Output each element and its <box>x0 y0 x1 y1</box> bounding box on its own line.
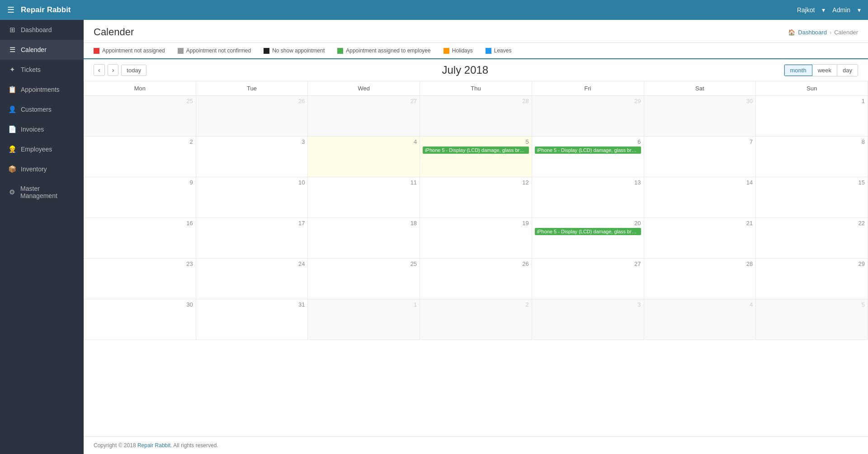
legend-holidays: Holidays <box>443 47 473 54</box>
footer-copy: Copyright © 2018 <box>94 442 136 449</box>
calendar-cell[interactable]: 1 <box>756 96 868 137</box>
calendar-event[interactable]: iPhone 5 - Display (LCD) damage, glass b… <box>423 147 529 154</box>
calendar-cell[interactable]: 7 <box>644 137 756 177</box>
calendar-cell[interactable]: 2 <box>84 137 196 177</box>
legend-assigned: Appointment assigned to employee <box>337 47 430 54</box>
view-month-button[interactable]: month <box>784 65 812 76</box>
calendar-cell[interactable]: 3 <box>532 299 644 340</box>
legend-label-no-show: No show appointment <box>272 47 325 54</box>
col-sat: Sat <box>644 81 756 96</box>
calendar-cell[interactable]: 27 <box>308 96 420 137</box>
calendar-cell[interactable]: 10 <box>196 177 308 218</box>
calendar-cell[interactable]: 16 <box>84 218 196 259</box>
calendar-cell[interactable]: 5 <box>756 299 868 340</box>
admin-arrow: ▾ <box>858 6 861 14</box>
day-number: 8 <box>759 138 865 147</box>
admin-dropdown[interactable]: Admin <box>832 6 850 14</box>
day-number: 30 <box>647 98 753 106</box>
calendar-cell[interactable]: 25 <box>308 259 420 299</box>
legend-dot-not-assigned <box>94 48 99 54</box>
day-number: 11 <box>311 179 417 187</box>
calendar-event[interactable]: iPhone 5 - Display (LCD) damage, glass b… <box>535 147 641 154</box>
calendar-cell[interactable]: 1 <box>308 299 420 340</box>
sidebar-item-dashboard[interactable]: ⊞ Dashboard <box>0 20 84 40</box>
day-number: 2 <box>87 138 193 147</box>
sidebar-item-calender[interactable]: ☰ Calender <box>0 40 84 60</box>
sidebar-item-master[interactable]: ⚙ Master Management <box>0 179 84 205</box>
calendar-cell[interactable]: 17 <box>196 218 308 259</box>
sidebar-label-customers: Customers <box>21 106 52 113</box>
calendar-cell[interactable]: 29 <box>532 96 644 137</box>
calendar-cell[interactable]: 9 <box>84 177 196 218</box>
calendar-cell[interactable]: 6iPhone 5 - Display (LCD) damage, glass … <box>532 137 644 177</box>
sidebar-item-customers[interactable]: 👤 Customers <box>0 99 84 119</box>
page-header: Calender 🏠 Dashboard › Calender <box>84 20 868 43</box>
calendar-cell[interactable]: 4 <box>308 137 420 177</box>
calendar-cell[interactable]: 28 <box>420 96 532 137</box>
col-sun: Sun <box>756 81 868 96</box>
sidebar-item-tickets[interactable]: ✦ Tickets <box>0 60 84 80</box>
calendar-cell[interactable]: 26 <box>196 96 308 137</box>
calendar-cell[interactable]: 15 <box>756 177 868 218</box>
sidebar-item-inventory[interactable]: 📦 Inventory <box>0 159 84 179</box>
day-number: 29 <box>535 98 641 106</box>
next-button[interactable]: › <box>108 64 119 76</box>
calendar-cell[interactable]: 21 <box>644 218 756 259</box>
day-number: 10 <box>199 179 305 187</box>
calendar-cell[interactable]: 3 <box>196 137 308 177</box>
col-mon: Mon <box>84 81 196 96</box>
day-number: 21 <box>647 220 753 228</box>
calendar-cell[interactable]: 19 <box>420 218 532 259</box>
calendar-cell[interactable]: 27 <box>532 259 644 299</box>
breadcrumb-home[interactable]: Dashboard <box>798 29 827 36</box>
inventory-icon: 📦 <box>8 165 16 173</box>
breadcrumb: 🏠 Dashboard › Calender <box>788 29 858 36</box>
legend-label-leaves: Leaves <box>494 47 512 54</box>
calendar-cell[interactable]: 20iPhone 5 - Display (LCD) damage, glass… <box>532 218 644 259</box>
legend-dot-not-confirmed <box>178 48 184 54</box>
calendar-grid: Mon Tue Wed Thu Fri Sat Sun 252627282930… <box>84 81 868 340</box>
footer-brand-link[interactable]: Repair Rabbit. <box>137 442 172 449</box>
menu-icon[interactable]: ☰ <box>7 5 14 15</box>
today-button[interactable]: today <box>121 65 146 76</box>
calendar-cell[interactable]: 12 <box>420 177 532 218</box>
calendar-cell[interactable]: 2 <box>420 299 532 340</box>
calendar-cell[interactable]: 5iPhone 5 - Display (LCD) damage, glass … <box>420 137 532 177</box>
calendar-cell[interactable]: 8 <box>756 137 868 177</box>
calendar-cell[interactable]: 23 <box>84 259 196 299</box>
day-number: 27 <box>311 98 417 106</box>
prev-button[interactable]: ‹ <box>94 64 105 76</box>
sidebar-item-appointments[interactable]: 📋 Appointments <box>0 80 84 99</box>
view-week-button[interactable]: week <box>812 65 837 76</box>
page-title: Calender <box>94 26 134 38</box>
calendar-cell[interactable]: 11 <box>308 177 420 218</box>
calendar-cell[interactable]: 29 <box>756 259 868 299</box>
calendar-cell[interactable]: 30 <box>644 96 756 137</box>
calendar-event[interactable]: iPhone 5 - Display (LCD) damage, glass b… <box>535 228 641 235</box>
calendar-cell[interactable]: 24 <box>196 259 308 299</box>
sidebar-label-calender: Calender <box>21 46 47 53</box>
calendar-cell[interactable]: 28 <box>644 259 756 299</box>
calendar-cell[interactable]: 14 <box>644 177 756 218</box>
legend-bar: Appointment not assigned Appointment not… <box>84 43 868 59</box>
main-wrapper: Calender 🏠 Dashboard › Calender Appointm… <box>84 20 868 436</box>
calendar-cell[interactable]: 4 <box>644 299 756 340</box>
day-number: 27 <box>535 260 641 269</box>
calendar-cell[interactable]: 25 <box>84 96 196 137</box>
day-number: 22 <box>759 220 865 228</box>
calendar-cell[interactable]: 22 <box>756 218 868 259</box>
calendar-cell[interactable]: 26 <box>420 259 532 299</box>
sidebar-label-tickets: Tickets <box>21 66 41 73</box>
calendar-controls: ‹ › today July 2018 month week day <box>84 59 868 81</box>
sidebar-item-invoices[interactable]: 📄 Invoices <box>0 119 84 139</box>
view-day-button[interactable]: day <box>837 65 858 76</box>
user-dropdown[interactable]: Rajkot <box>797 6 815 14</box>
legend-dot-no-show <box>264 48 269 54</box>
calendar-cell[interactable]: 31 <box>196 299 308 340</box>
calendar-cell[interactable]: 30 <box>84 299 196 340</box>
sidebar-item-employees[interactable]: 👷 Employees <box>0 139 84 159</box>
calendar-cell[interactable]: 18 <box>308 218 420 259</box>
calendar-cell[interactable]: 13 <box>532 177 644 218</box>
day-number: 28 <box>423 98 529 106</box>
breadcrumb-separator: › <box>830 29 831 36</box>
